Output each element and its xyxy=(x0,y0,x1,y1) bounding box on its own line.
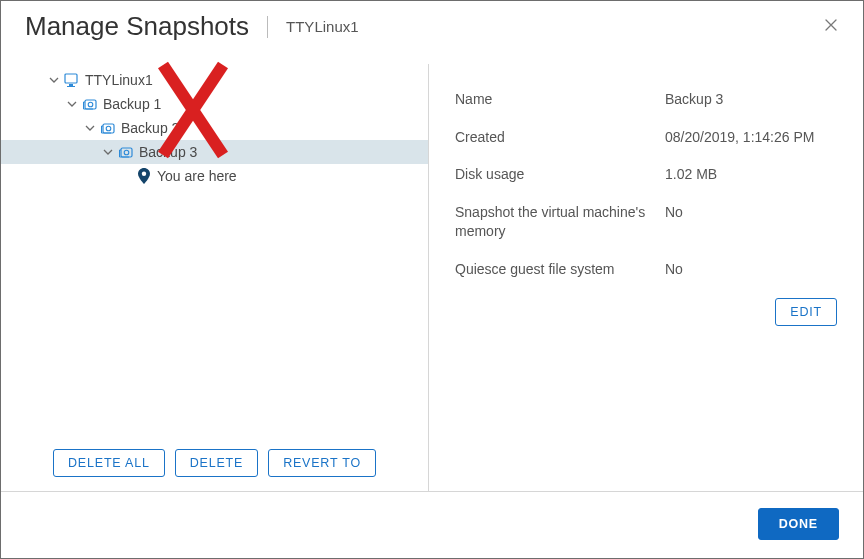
tree-label: You are here xyxy=(157,168,237,184)
done-button[interactable]: Done xyxy=(758,508,839,540)
svg-point-9 xyxy=(142,172,146,176)
detail-value: No xyxy=(665,203,683,242)
detail-label: Created xyxy=(455,128,665,148)
detail-row-disk: Disk usage 1.02 MB xyxy=(455,165,837,185)
expand-toggle[interactable] xyxy=(63,99,81,109)
snapshot-icon xyxy=(81,97,99,111)
svg-rect-3 xyxy=(85,100,96,109)
vm-name: TTYLinux1 xyxy=(286,18,359,35)
dialog-header: Manage Snapshots TTYLinux1 xyxy=(1,1,863,64)
tree-row-backup1[interactable]: Backup 1 xyxy=(1,92,428,116)
snapshot-tree-pane: TTYLinux1 Backup 1 xyxy=(1,64,429,491)
tree-label: TTYLinux1 xyxy=(85,72,153,88)
tree-label: Backup 2 xyxy=(121,120,179,136)
chevron-down-icon xyxy=(103,147,113,157)
tree-row-backup3[interactable]: Backup 3 xyxy=(1,140,428,164)
expand-toggle[interactable] xyxy=(81,123,99,133)
expand-toggle[interactable] xyxy=(99,147,117,157)
snapshot-details-pane: Name Backup 3 Created 08/20/2019, 1:14:2… xyxy=(429,64,863,491)
detail-row-name: Name Backup 3 xyxy=(455,90,837,110)
tree-label: Backup 1 xyxy=(103,96,161,112)
delete-all-button[interactable]: Delete all xyxy=(53,449,165,477)
svg-rect-1 xyxy=(69,84,73,86)
header-separator xyxy=(267,16,268,38)
detail-label: Snapshot the virtual machine's memory xyxy=(455,203,665,242)
tree-row-backup2[interactable]: Backup 2 xyxy=(1,116,428,140)
svg-rect-5 xyxy=(103,124,114,133)
chevron-down-icon xyxy=(85,123,95,133)
snapshot-icon xyxy=(99,121,117,135)
detail-label: Name xyxy=(455,90,665,110)
svg-rect-2 xyxy=(67,86,75,87)
svg-point-4 xyxy=(88,102,93,107)
edit-button[interactable]: Edit xyxy=(775,298,837,326)
detail-label: Quiesce guest file system xyxy=(455,260,665,280)
svg-point-8 xyxy=(124,150,129,155)
tree-row-you-are-here[interactable]: You are here xyxy=(1,164,428,188)
detail-row-memory: Snapshot the virtual machine's memory No xyxy=(455,203,837,242)
snapshot-icon xyxy=(117,145,135,159)
chevron-down-icon xyxy=(49,75,59,85)
svg-rect-7 xyxy=(121,148,132,157)
detail-value: 08/20/2019, 1:14:26 PM xyxy=(665,128,814,148)
manage-snapshots-dialog: Manage Snapshots TTYLinux1 TTYL xyxy=(0,0,864,559)
detail-label: Disk usage xyxy=(455,165,665,185)
detail-value: 1.02 MB xyxy=(665,165,717,185)
dialog-footer: Done xyxy=(1,491,863,558)
tree-label: Backup 3 xyxy=(139,144,197,160)
svg-point-6 xyxy=(106,126,111,131)
pin-icon xyxy=(135,168,153,184)
dialog-body: TTYLinux1 Backup 1 xyxy=(1,64,863,491)
snapshot-tree: TTYLinux1 Backup 1 xyxy=(1,64,428,441)
revert-to-button[interactable]: Revert to xyxy=(268,449,376,477)
tree-actions: Delete all Delete Revert to xyxy=(1,441,428,491)
vm-icon xyxy=(63,73,81,87)
expand-toggle[interactable] xyxy=(45,75,63,85)
delete-button[interactable]: Delete xyxy=(175,449,258,477)
close-icon xyxy=(823,17,839,33)
detail-value: No xyxy=(665,260,683,280)
close-button[interactable] xyxy=(823,17,839,36)
tree-row-root[interactable]: TTYLinux1 xyxy=(1,68,428,92)
detail-value: Backup 3 xyxy=(665,90,723,110)
chevron-down-icon xyxy=(67,99,77,109)
edit-button-wrap: Edit xyxy=(455,298,837,326)
detail-row-quiesce: Quiesce guest file system No xyxy=(455,260,837,280)
svg-rect-0 xyxy=(65,74,77,83)
detail-row-created: Created 08/20/2019, 1:14:26 PM xyxy=(455,128,837,148)
dialog-title: Manage Snapshots xyxy=(25,11,249,42)
